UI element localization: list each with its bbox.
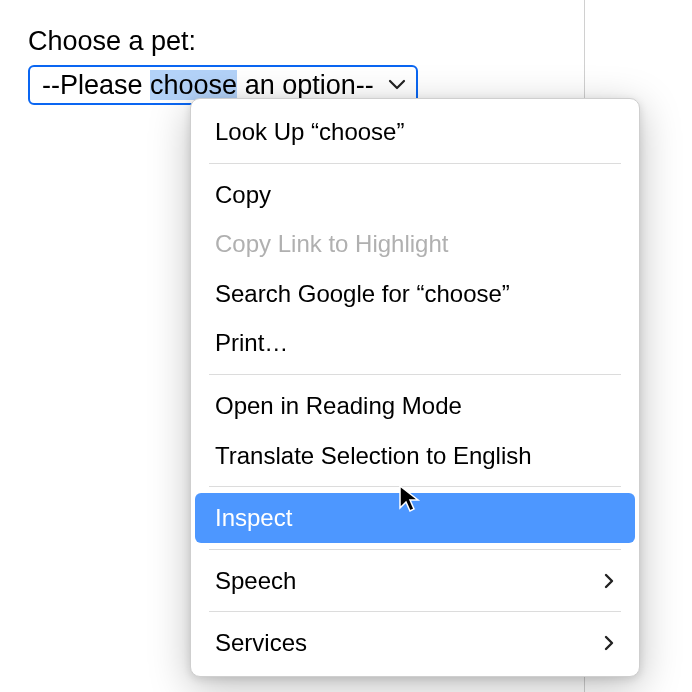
menu-item-services[interactable]: Services — [191, 618, 639, 668]
menu-item-lookup[interactable]: Look Up “choose” — [191, 107, 639, 157]
menu-separator — [209, 486, 621, 487]
menu-item-search-google[interactable]: Search Google for “choose” — [191, 269, 639, 319]
menu-item-speech[interactable]: Speech — [191, 556, 639, 606]
chevron-right-icon — [603, 572, 615, 590]
menu-item-translate[interactable]: Translate Selection to English — [191, 431, 639, 481]
menu-separator — [209, 163, 621, 164]
chevron-right-icon — [603, 634, 615, 652]
menu-separator — [209, 374, 621, 375]
menu-item-inspect[interactable]: Inspect — [195, 493, 635, 543]
menu-item-copy[interactable]: Copy — [191, 170, 639, 220]
select-display-text: --Please choose an option-- — [42, 70, 374, 101]
menu-item-reading-mode[interactable]: Open in Reading Mode — [191, 381, 639, 431]
menu-item-print[interactable]: Print… — [191, 318, 639, 368]
context-menu: Look Up “choose” Copy Copy Link to Highl… — [190, 98, 640, 677]
menu-separator — [209, 611, 621, 612]
menu-separator — [209, 549, 621, 550]
highlighted-selection: choose — [150, 70, 237, 100]
chevron-down-icon — [388, 79, 406, 91]
select-label: Choose a pet: — [28, 26, 664, 57]
menu-item-copy-link-highlight: Copy Link to Highlight — [191, 219, 639, 269]
